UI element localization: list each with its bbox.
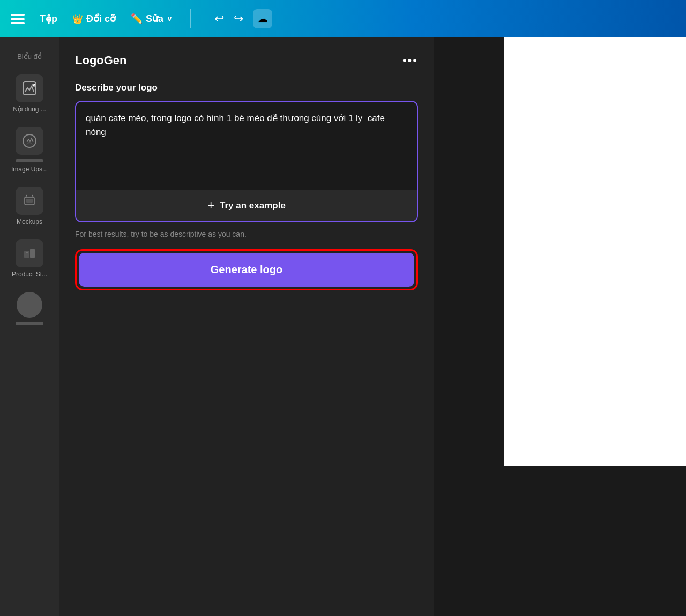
navbar-divider: [190, 9, 191, 28]
svg-rect-6: [26, 199, 33, 203]
image-ups-slider: [16, 159, 43, 162]
canvas-white-area: [504, 37, 686, 466]
panel-more-button[interactable]: •••: [402, 54, 418, 67]
sua-label: Sửa: [146, 13, 163, 25]
doi-co-label: Đổi cỡ: [86, 13, 116, 25]
svg-rect-7: [24, 251, 29, 258]
sidebar-item-extra[interactable]: [0, 288, 59, 329]
extra-icon: [17, 292, 42, 318]
generate-logo-button[interactable]: Generate logo: [79, 253, 414, 287]
canvas-area: [434, 37, 686, 616]
hint-text: For best results, try to be as descripti…: [75, 230, 418, 238]
extra-slider: [16, 322, 43, 325]
save-cloud-button[interactable]: ☁: [253, 9, 272, 28]
navbar-actions: ↩ ↪ ☁: [214, 9, 272, 28]
navbar: Tệp 👑 Đổi cỡ ✏️ Sửa ∨ ↩ ↪ ☁: [0, 0, 686, 37]
describe-label: Describe your logo: [75, 82, 418, 93]
navbar-tep[interactable]: Tệp: [40, 13, 57, 25]
sidebar: Biểu đồ Nội dung ...: [0, 37, 59, 616]
cloud-icon: ☁: [257, 12, 268, 25]
bieu-do-label: Biểu đồ: [17, 52, 42, 61]
redo-button[interactable]: ↪: [234, 12, 243, 26]
try-example-label: Try an example: [220, 200, 286, 211]
sidebar-item-mockups[interactable]: Mockups: [0, 183, 59, 230]
sidebar-item-bieu-do[interactable]: Biểu đồ: [0, 48, 59, 65]
sidebar-item-product-st[interactable]: Product St...: [0, 235, 59, 282]
tep-label: Tệp: [40, 13, 57, 25]
menu-icon[interactable]: [11, 14, 25, 24]
noi-dung-label: Nội dung ...: [13, 106, 46, 113]
mockups-icon: [16, 187, 43, 215]
sidebar-item-image-ups[interactable]: Image Ups...: [0, 123, 59, 177]
image-ups-icon: [16, 127, 43, 155]
navbar-doi-co[interactable]: 👑 Đổi cỡ: [72, 13, 116, 25]
crown-icon: 👑: [72, 14, 83, 24]
sidebar-item-noi-dung[interactable]: Nội dung ...: [0, 70, 59, 117]
logo-description-input[interactable]: [76, 102, 417, 187]
try-example-button[interactable]: + Try an example: [76, 190, 417, 221]
noi-dung-icon: [16, 74, 43, 102]
main-content: Biểu đồ Nội dung ...: [0, 37, 686, 616]
panel-title: LogoGen: [75, 54, 127, 67]
product-st-label: Product St...: [12, 271, 47, 278]
navbar-sua[interactable]: ✏️ Sửa ∨: [131, 13, 172, 25]
product-st-icon: [16, 239, 43, 267]
input-container: + Try an example: [75, 101, 418, 222]
undo-button[interactable]: ↩: [214, 12, 224, 26]
try-example-plus-icon: +: [207, 199, 214, 213]
panel: LogoGen ••• ✕ Describe your logo + Try a…: [59, 37, 434, 616]
pencil-icon: ✏️: [131, 13, 143, 25]
chevron-down-icon: ∨: [167, 14, 172, 23]
mockups-label: Mockups: [17, 218, 42, 226]
image-ups-label: Image Ups...: [11, 166, 48, 173]
svg-rect-8: [30, 249, 35, 258]
generate-button-wrapper: Generate logo: [75, 249, 418, 290]
panel-header: LogoGen •••: [75, 54, 418, 67]
